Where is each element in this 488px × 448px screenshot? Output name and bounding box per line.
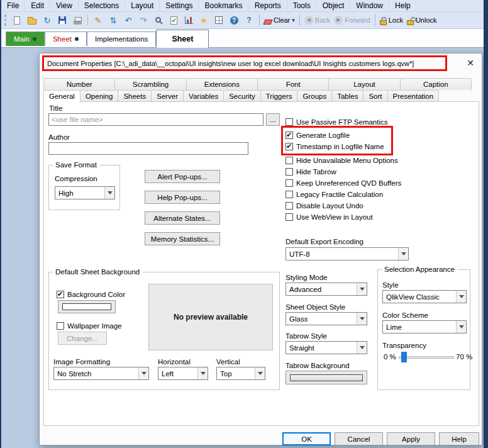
memory-statistics-button[interactable]: Memory Statistics...: [145, 232, 220, 245]
checkbox-wallpaper-image[interactable]: Wallpaper Image: [57, 322, 122, 330]
checkbox-box[interactable]: [286, 168, 293, 176]
combo-arrow-icon[interactable]: [456, 291, 466, 303]
sheet-tab-main[interactable]: Main: [6, 31, 45, 46]
checkbox-timestamp-logfile[interactable]: Timestamp in Logfile Name: [286, 142, 384, 151]
print-button[interactable]: [70, 14, 84, 27]
browse-button[interactable]: ...: [266, 113, 280, 126]
search-button[interactable]: [152, 14, 165, 27]
tab-font[interactable]: Font: [257, 78, 329, 90]
tab-sort[interactable]: Sort: [363, 90, 387, 102]
whats-this-button[interactable]: ?: [242, 14, 256, 27]
tab-triggers[interactable]: Triggers: [260, 90, 298, 102]
checkbox-background-color[interactable]: Background Color: [57, 290, 125, 299]
combo-arrow-icon[interactable]: [104, 187, 114, 199]
checkbox-box[interactable]: [286, 118, 293, 126]
add-bookmark-button[interactable]: ★: [197, 14, 211, 27]
ok-button[interactable]: OK: [282, 432, 331, 445]
menu-tools[interactable]: Tools: [287, 0, 317, 11]
refresh-button[interactable]: ↻: [40, 14, 54, 27]
combo-arrow-icon[interactable]: [255, 367, 265, 379]
combo-arrow-icon[interactable]: [197, 367, 208, 379]
alternate-states-button[interactable]: Alternate States...: [145, 211, 220, 225]
sheet-tab-sheet-active[interactable]: Sheet: [156, 30, 209, 48]
tabrow-style-select[interactable]: Straight: [286, 341, 367, 354]
tab-layout[interactable]: Layout: [328, 78, 400, 90]
menu-selections[interactable]: Selections: [79, 0, 125, 11]
menu-layout[interactable]: Layout: [125, 0, 160, 11]
tab-caption[interactable]: Caption: [400, 78, 472, 90]
open-file-button[interactable]: [25, 14, 39, 27]
help-button[interactable]: ?: [227, 14, 241, 27]
title-input[interactable]: [48, 113, 263, 126]
tab-variables[interactable]: Variables: [183, 90, 224, 102]
tab-server[interactable]: Server: [151, 90, 184, 102]
menu-reports[interactable]: Reports: [249, 0, 287, 11]
combo-arrow-icon[interactable]: [398, 248, 408, 260]
selection-style-select[interactable]: QlikView Classic: [382, 290, 467, 303]
checkbox-hide-tabrow[interactable]: Hide Tabrow: [286, 167, 336, 176]
menu-view[interactable]: View: [50, 0, 79, 11]
apply-button[interactable]: Apply: [387, 432, 435, 445]
transparency-slider[interactable]: [399, 356, 454, 359]
menu-object[interactable]: Object: [317, 0, 351, 11]
sheet-tab-sheet1[interactable]: Sheet: [45, 31, 87, 46]
edit-script-button[interactable]: ✎: [91, 14, 105, 27]
compression-select[interactable]: High: [55, 186, 115, 199]
tab-opening[interactable]: Opening: [80, 90, 118, 102]
tab-groups[interactable]: Groups: [297, 90, 332, 102]
tab-security[interactable]: Security: [223, 90, 261, 102]
vertical-scrollbar[interactable]: [484, 0, 488, 448]
lock-button[interactable]: Lock: [379, 14, 404, 27]
forward-button[interactable]: ▶ Forward: [333, 14, 371, 27]
checkbox-box[interactable]: [286, 179, 293, 187]
tab-tables[interactable]: Tables: [331, 90, 363, 102]
save-button[interactable]: [55, 14, 69, 27]
checkbox-box[interactable]: [57, 322, 64, 330]
vertical-select[interactable]: Top: [216, 367, 265, 380]
checkbox-use-passive-ftp[interactable]: Use Passive FTP Semantics: [286, 118, 388, 126]
checkbox-box[interactable]: [286, 157, 293, 164]
reload-data-button[interactable]: ⇅: [106, 14, 120, 27]
checkbox-box[interactable]: [286, 213, 293, 221]
checkbox-generate-logfile[interactable]: Generate Logfile: [286, 131, 350, 140]
redo-button[interactable]: ↷: [136, 14, 150, 27]
styling-mode-select[interactable]: Advanced: [286, 283, 367, 296]
current-selections-button[interactable]: [167, 14, 180, 27]
tab-extensions[interactable]: Extensions: [186, 78, 258, 90]
back-button[interactable]: ◀ Back: [303, 14, 331, 27]
combo-arrow-icon[interactable]: [357, 342, 367, 354]
close-icon[interactable]: ✕: [465, 57, 476, 69]
sheet-object-style-select[interactable]: Glass: [286, 312, 367, 325]
background-color-swatch[interactable]: [58, 300, 116, 313]
quick-chart-button[interactable]: [182, 14, 196, 27]
export-encoding-select[interactable]: UTF-8: [286, 247, 409, 260]
sheet-tab-implementations[interactable]: Implementations: [87, 31, 156, 46]
menu-help[interactable]: Help: [389, 0, 416, 11]
checkbox-box[interactable]: [286, 202, 293, 210]
combo-arrow-icon[interactable]: [357, 313, 367, 325]
horizontal-select[interactable]: Left: [158, 367, 208, 380]
combo-arrow-icon[interactable]: [456, 321, 466, 333]
undo-button[interactable]: ↶: [121, 14, 135, 27]
cancel-button[interactable]: Cancel: [335, 432, 383, 445]
menu-window[interactable]: Window: [350, 0, 389, 11]
unlock-button[interactable]: Unlock: [406, 14, 438, 27]
color-scheme-select[interactable]: Lime: [382, 320, 467, 333]
menu-file[interactable]: File: [1, 0, 25, 11]
combo-arrow-icon[interactable]: [138, 367, 148, 379]
combo-arrow-icon[interactable]: [357, 283, 367, 295]
checkbox-box[interactable]: [286, 191, 293, 198]
checkbox-box[interactable]: [57, 291, 64, 298]
checkbox-webview-layout[interactable]: Use WebView in Layout: [286, 213, 373, 221]
help-dialog-button[interactable]: Help: [439, 432, 479, 445]
tab-sheets[interactable]: Sheets: [118, 90, 152, 102]
toolbar-grip[interactable]: [4, 14, 8, 26]
menu-bookmarks[interactable]: Bookmarks: [199, 0, 249, 11]
alert-popups-button[interactable]: Alert Pop-ups...: [145, 170, 220, 183]
tab-scrambling[interactable]: Scrambling: [114, 78, 186, 90]
checkbox-hide-unavailable-menu[interactable]: Hide Unavailable Menu Options: [286, 156, 398, 165]
tabrow-background-swatch[interactable]: [286, 371, 367, 384]
author-input[interactable]: [48, 142, 248, 155]
clear-button[interactable]: Clear ▾: [263, 14, 296, 27]
menu-settings[interactable]: Settings: [160, 0, 199, 11]
